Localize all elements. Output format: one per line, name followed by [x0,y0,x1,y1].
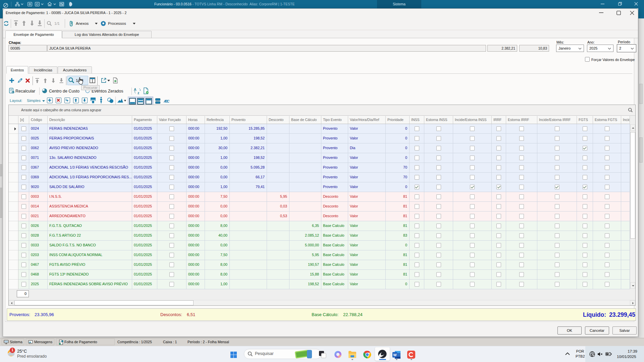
svg-text:ABC: ABC [164,99,169,103]
svg-text:W: W [393,353,397,357]
svg-text:z: z [138,91,139,95]
svg-text:A: A [134,87,137,92]
